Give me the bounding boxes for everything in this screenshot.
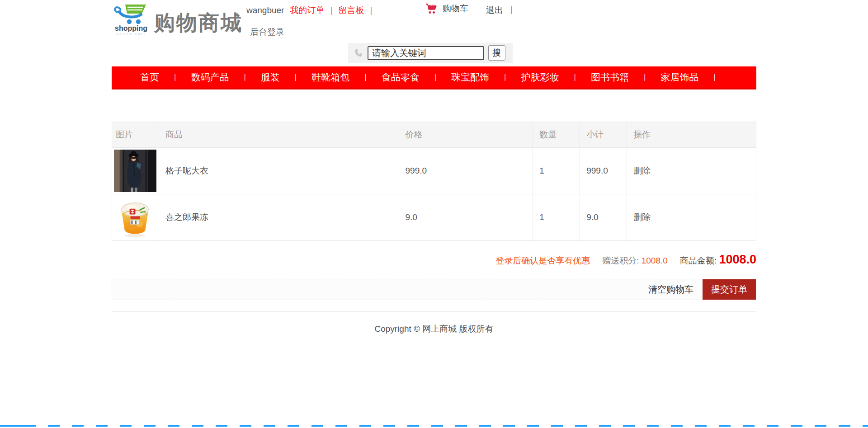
- nav-separator: |: [292, 73, 299, 82]
- separator: |: [370, 5, 372, 15]
- clear-cart-link[interactable]: 清空购物车: [648, 283, 693, 296]
- search-bar: 搜: [348, 43, 513, 63]
- logo-cart-icon: [113, 4, 149, 24]
- product-image-plaid-wool-coat: [114, 150, 156, 192]
- nav-separator: |: [641, 73, 648, 82]
- bottom-dashed-line: [0, 425, 868, 427]
- column-header-subtotal: 小计: [580, 122, 627, 148]
- logo-tagline: online cart: [113, 33, 149, 36]
- phone-icon: [354, 48, 363, 58]
- column-header-image: 图片: [112, 122, 159, 148]
- nav-item-cosmetics[interactable]: 护肤彩妆: [509, 71, 571, 84]
- cart-link[interactable]: 购物车: [425, 3, 468, 14]
- cart-summary: 登录后确认是否享有优惠 赠送积分: 1008.0 商品金额: 1008.0: [112, 253, 756, 267]
- cart-icon: [425, 3, 438, 14]
- nav-separator: |: [711, 73, 718, 82]
- cart-row-jelly: 喜之郎果冻 9.0 1 9.0 删除: [112, 194, 756, 241]
- nav-item-books[interactable]: 图书书籍: [579, 71, 641, 84]
- user-links-bar: wangbuer 我的订单 | 留言板 |: [246, 5, 372, 16]
- nav-separator: |: [362, 73, 369, 82]
- main-nav: 首页| 数码产品| 服装| 鞋靴箱包| 食品零食| 珠宝配饰| 护肤彩妆| 图书…: [112, 66, 756, 89]
- product-subtotal: 9.0: [580, 194, 627, 241]
- product-quantity: 1: [533, 148, 580, 194]
- logout-link[interactable]: 退出: [486, 5, 503, 16]
- cart-table: 图片 商品 价格 数量 小计 操作: [112, 122, 756, 241]
- cart-table-header-row: 图片 商品 价格 数量 小计 操作: [112, 122, 756, 148]
- message-board-link[interactable]: 留言板: [338, 5, 364, 16]
- nav-item-jewelry[interactable]: 珠宝配饰: [439, 71, 501, 84]
- delete-link[interactable]: 删除: [633, 212, 651, 222]
- amount-label: 商品金额:: [680, 256, 717, 265]
- separator: |: [510, 5, 513, 16]
- submit-order-button[interactable]: 提交订单: [703, 279, 756, 300]
- column-header-product: 商品: [159, 122, 399, 148]
- product-subtotal: 999.0: [580, 148, 627, 194]
- shopping-cart-page: shopping online cart 购物商城 wangbuer 我的订单 …: [0, 0, 868, 428]
- column-header-action: 操作: [627, 122, 756, 148]
- points-group: 赠送积分: 1008.0: [602, 255, 668, 267]
- product-name: 喜之郎果冻: [159, 194, 399, 241]
- product-quantity: 1: [533, 194, 580, 241]
- copyright-text: Copyright © 网上商城 版权所有: [112, 323, 756, 335]
- nav-separator: |: [171, 73, 179, 82]
- points-value: 1008.0: [642, 256, 668, 265]
- bottom-dashed-line-cap: [0, 425, 29, 427]
- logout-bar: 退出 |: [486, 5, 513, 16]
- logo-brand-cn: 购物商城: [154, 9, 243, 37]
- promo-notice: 登录后确认是否享有优惠: [495, 255, 590, 267]
- logo-mark: shopping online cart: [113, 4, 149, 36]
- product-price: 999.0: [399, 148, 533, 194]
- admin-login-link[interactable]: 后台登录: [250, 26, 284, 38]
- search-button[interactable]: 搜: [488, 45, 505, 61]
- username-text: wangbuer: [246, 5, 284, 15]
- product-price: 9.0: [399, 194, 533, 241]
- logo-brand-en: shopping: [113, 24, 149, 33]
- cart-action-bar: 清空购物车 提交订单: [112, 279, 756, 300]
- nav-item-home-decor[interactable]: 家居饰品: [648, 71, 711, 84]
- amount-group: 商品金额: 1008.0: [680, 253, 756, 267]
- points-label: 赠送积分:: [602, 256, 639, 265]
- column-header-price: 价格: [399, 122, 533, 148]
- nav-separator: |: [501, 73, 509, 82]
- nav-separator: |: [571, 73, 579, 82]
- separator: |: [330, 5, 332, 15]
- nav-item-home[interactable]: 首页: [128, 71, 171, 84]
- column-header-quantity: 数量: [533, 122, 580, 148]
- site-header: shopping online cart 购物商城 wangbuer 我的订单 …: [112, 0, 756, 66]
- cart-row-coat: 格子呢大衣 999.0 1 999.0 删除: [112, 148, 756, 194]
- my-orders-link[interactable]: 我的订单: [290, 5, 324, 16]
- product-image-xizhilang-jelly: [114, 196, 156, 239]
- cart-link-label: 购物车: [443, 3, 468, 14]
- footer-divider: [112, 311, 756, 311]
- product-name: 格子呢大衣: [159, 148, 399, 194]
- site-logo[interactable]: shopping online cart 购物商城: [113, 4, 243, 37]
- nav-item-snacks[interactable]: 食品零食: [369, 71, 432, 84]
- delete-link[interactable]: 删除: [633, 166, 651, 175]
- nav-item-digital[interactable]: 数码产品: [179, 71, 241, 84]
- amount-value: 1008.0: [719, 253, 756, 266]
- nav-separator: |: [432, 73, 439, 82]
- search-input[interactable]: [368, 46, 484, 60]
- nav-item-shoes-bags[interactable]: 鞋靴箱包: [299, 71, 362, 84]
- nav-item-clothing[interactable]: 服装: [249, 71, 292, 84]
- nav-separator: |: [241, 73, 248, 82]
